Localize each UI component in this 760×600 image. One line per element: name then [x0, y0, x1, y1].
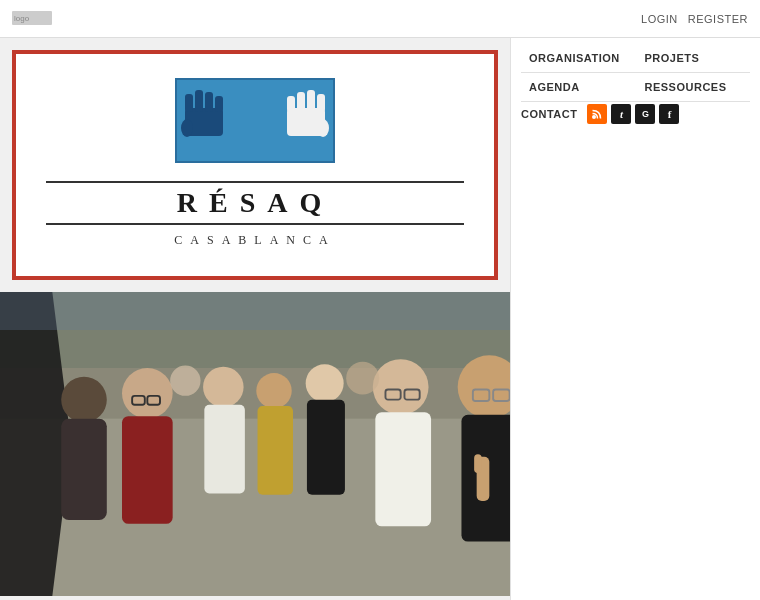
nav-item-agenda[interactable]: AGENDA — [521, 75, 635, 99]
svg-rect-25 — [204, 405, 245, 494]
svg-rect-5 — [205, 92, 213, 112]
nav-item-contact[interactable]: CONTACT — [521, 108, 577, 120]
svg-point-26 — [256, 373, 291, 408]
nav-item-ressources[interactable]: RESSOURCES — [637, 75, 751, 99]
svg-point-13 — [317, 119, 329, 137]
svg-rect-29 — [307, 400, 345, 495]
login-link[interactable]: LOGIN — [641, 13, 678, 25]
site-logo: logo — [12, 11, 52, 27]
svg-rect-42 — [474, 454, 482, 473]
svg-point-18 — [61, 377, 107, 423]
facebook-icon[interactable]: f — [659, 104, 679, 124]
svg-rect-45 — [0, 292, 510, 330]
contact-row: CONTACT t G f — [521, 104, 750, 124]
nav-grid: ORGANISATION PROJETS — [521, 46, 750, 70]
rss-icon[interactable] — [587, 104, 607, 124]
nav-item-organisation[interactable]: ORGANISATION — [521, 46, 635, 70]
svg-rect-9 — [317, 94, 325, 112]
register-link[interactable]: REGISTER — [688, 13, 748, 25]
light-hand — [287, 90, 329, 137]
org-subtitle: CASABLANCA — [174, 233, 335, 248]
svg-text:logo: logo — [14, 14, 30, 23]
svg-rect-3 — [185, 94, 193, 112]
nav-item-projets[interactable]: PROJETS — [637, 46, 751, 70]
svg-point-44 — [346, 362, 379, 395]
svg-point-43 — [170, 365, 200, 395]
svg-point-20 — [122, 368, 173, 419]
svg-point-30 — [373, 359, 429, 415]
main-area: RÉSAQ CASABLANCA — [0, 38, 760, 600]
hand-logo-graphic — [175, 78, 335, 163]
nav-separator-1 — [521, 72, 750, 73]
svg-point-46 — [592, 115, 596, 119]
svg-rect-12 — [287, 96, 295, 112]
nav-separator-2 — [521, 101, 750, 102]
svg-rect-21 — [122, 416, 173, 524]
top-bar: logo LOGIN REGISTER — [0, 0, 760, 38]
twitter-icon[interactable]: t — [611, 104, 631, 124]
org-name: RÉSAQ — [46, 181, 464, 225]
svg-rect-19 — [61, 419, 107, 520]
photo-strip — [0, 292, 510, 596]
nav-grid-2: AGENDA RESSOURCES — [521, 75, 750, 99]
svg-rect-27 — [258, 406, 293, 495]
svg-rect-4 — [195, 90, 203, 112]
svg-rect-31 — [375, 412, 431, 526]
svg-rect-10 — [307, 90, 315, 112]
svg-point-24 — [203, 367, 244, 408]
svg-rect-11 — [297, 92, 305, 112]
svg-rect-6 — [215, 96, 223, 112]
social-icons: t G f — [587, 104, 679, 124]
photo-area — [0, 292, 510, 596]
google-plus-icon[interactable]: G — [635, 104, 655, 124]
svg-point-28 — [306, 364, 344, 402]
logo-box: RÉSAQ CASABLANCA — [12, 50, 498, 280]
left-panel: RÉSAQ CASABLANCA — [0, 38, 510, 600]
auth-links: LOGIN REGISTER — [641, 13, 748, 25]
dark-hand — [181, 90, 223, 137]
right-panel: ORGANISATION PROJETS AGENDA RESSOURCES C… — [510, 38, 760, 600]
svg-point-7 — [181, 119, 193, 137]
